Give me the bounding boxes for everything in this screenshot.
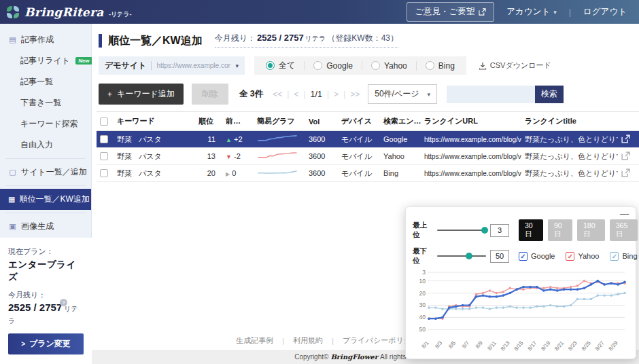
checkbox-checked-icon: ✓ <box>610 252 619 261</box>
svg-text:8/27: 8/27 <box>594 340 606 352</box>
sidebar-item-article-list[interactable]: 記事一覧 <box>0 71 91 92</box>
row-checkbox[interactable] <box>100 152 108 160</box>
radio-selected-icon <box>266 61 275 70</box>
open-external-icon[interactable] <box>621 134 630 145</box>
sidebar-divider <box>5 185 86 186</box>
engine-radio-yahoo[interactable]: Yahoo <box>362 61 416 71</box>
svg-text:8/1: 8/1 <box>420 340 430 350</box>
chevron-down-icon: ▾ <box>428 91 431 98</box>
period-365d-button[interactable]: 365日 <box>610 219 638 241</box>
svg-text:8/13: 8/13 <box>500 340 511 352</box>
engine-radio-bing[interactable]: Bing <box>416 61 464 71</box>
volume-value: 3600 <box>305 148 338 165</box>
first-page-button[interactable]: << <box>273 90 282 99</box>
sidebar-item-site-list[interactable]: ▢ サイト一覧／追加 <box>0 162 91 183</box>
help-icon[interactable]: ? <box>60 299 67 306</box>
sidebar-item-rank-list[interactable]: ▦ 順位一覧／KW追加 <box>0 189 91 210</box>
logo: BringRitera -リテラ- <box>7 5 132 19</box>
download-icon <box>479 62 487 70</box>
open-external-icon[interactable] <box>621 151 630 162</box>
csv-download-button[interactable]: CSVダウンロード <box>479 60 551 71</box>
rank-value: 11 <box>195 131 222 148</box>
footer-link-terms[interactable]: 利用規約 <box>293 335 323 346</box>
add-keyword-button[interactable]: + キーワード追加 <box>99 84 184 105</box>
minimize-icon[interactable]: — <box>413 210 629 218</box>
period-180d-button[interactable]: 180日 <box>577 219 605 241</box>
bottom-rank-slider[interactable] <box>437 255 486 257</box>
engine-radio-google[interactable]: Google <box>304 61 362 71</box>
table-row[interactable]: 野菜パスタ 11 ▲ +2 3600 モバイル Google https://w… <box>97 131 639 148</box>
top-rank-slider[interactable] <box>437 230 486 231</box>
svg-text:10: 10 <box>419 278 426 285</box>
row-checkbox[interactable] <box>100 135 108 143</box>
sidebar-item-draft-list[interactable]: 下書き一覧 <box>0 92 91 113</box>
search-input[interactable] <box>447 86 535 103</box>
logout-button[interactable]: ログアウト <box>583 6 627 18</box>
period-90d-button[interactable]: 90日 <box>548 219 572 241</box>
checkbox-bing[interactable]: ✓ Bing <box>610 252 637 261</box>
sidebar-item-free-input[interactable]: 自由入力 <box>0 134 91 156</box>
radio-icon <box>426 61 434 70</box>
next-page-button[interactable]: > <box>334 90 339 99</box>
search-button[interactable]: 検索 <box>535 86 564 103</box>
period-30d-button[interactable]: 30日 <box>519 219 543 241</box>
engine-checkboxes: ✓ Google ✓ Yahoo ✓ Bing <box>515 252 638 261</box>
checkbox-checked-icon: ✓ <box>566 252 574 261</box>
keyword-table: キーワード 順位 前… 簡易グラフ Vol デバイス 検索エン… ランクインUR… <box>97 111 639 182</box>
svg-text:8/29: 8/29 <box>608 340 619 352</box>
svg-text:8/15: 8/15 <box>513 340 525 352</box>
rank-chart: 310203040508/18/38/58/78/98/118/138/158/… <box>413 268 629 357</box>
header-divider: | <box>569 7 571 17</box>
delete-button[interactable]: 削除 <box>192 84 228 105</box>
account-label: アカウント <box>506 6 550 18</box>
change-plan-button[interactable]: >プラン変更 <box>8 333 84 354</box>
checkbox-google[interactable]: ✓ Google <box>519 252 555 261</box>
sidebar-item-article-rewrite[interactable]: 記事リライト New <box>0 50 91 71</box>
sidebar: ▤ 記事作成 記事リライト New 記事一覧 下書き一覧 キーワード探索 自由入… <box>0 24 92 364</box>
rankin-url: https://www.example.com/blog/veg… <box>421 131 521 148</box>
top-rank-slider-row: 最上位 3 <box>413 221 515 240</box>
engine-value: Bing <box>380 165 421 182</box>
site-select-dropdown[interactable]: デモサイト https://www.example.com/ ▾ <box>99 56 245 75</box>
rankin-title: 野菜たっぷり、色とりどりで子ども… <box>521 165 618 182</box>
svg-text:8/7: 8/7 <box>461 340 470 350</box>
prev-page-button[interactable]: < <box>294 90 298 99</box>
sidebar-item-article-create[interactable]: ▤ 記事作成 <box>0 29 91 50</box>
engine-radio-all[interactable]: 全て <box>257 60 304 71</box>
col-vol: Vol <box>305 112 338 131</box>
engine-filter-group: 全て Google Yahoo Bing <box>254 56 466 75</box>
bottom-rank-value[interactable]: 50 <box>490 250 509 263</box>
rank-chart-panel: — 最上位 3 30日 90日 180日 365日 最下位 50 <box>405 206 636 359</box>
radio-icon <box>371 61 380 70</box>
open-external-icon[interactable] <box>621 168 630 179</box>
article-icon: ▤ <box>8 35 17 44</box>
feedback-button[interactable]: ご意見・ご要望 <box>407 2 494 22</box>
table-row[interactable]: 野菜パスタ 20 ▶ 0 3600 モバイル Bing https://www.… <box>97 165 639 182</box>
row-checkbox[interactable] <box>100 169 108 177</box>
svg-text:8/19: 8/19 <box>540 340 551 352</box>
engine-value: Google <box>380 131 421 148</box>
checkbox-checked-icon: ✓ <box>519 252 528 261</box>
col-title: ランクインtitle <box>521 112 618 131</box>
footer-link-examples[interactable]: 生成記事例 <box>236 335 273 346</box>
per-page-dropdown[interactable]: 50件/ページ ▾ <box>368 84 437 104</box>
table-header-row: キーワード 順位 前… 簡易グラフ Vol デバイス 検索エン… ランクインUR… <box>97 112 639 131</box>
plan-card: 現在プラン： エンタープライズ 今月残り： ? 2525 / 2757リテラ >… <box>0 238 92 364</box>
account-menu[interactable]: アカウント ▾ <box>506 6 557 18</box>
page-indicator: 1/1 <box>311 90 322 99</box>
select-all-checkbox[interactable] <box>100 117 108 126</box>
chevron-right-icon: > <box>21 340 25 348</box>
col-diff: 前… <box>222 112 254 131</box>
checkbox-yahoo[interactable]: ✓ Yahoo <box>566 252 599 261</box>
rank-up-icon: ▲ <box>226 136 232 143</box>
svg-text:8/11: 8/11 <box>486 340 498 352</box>
top-rank-label: 最上位 <box>413 221 433 240</box>
sidebar-item-image-gen[interactable]: ▣ 画像生成 <box>0 216 91 237</box>
brand-name: BringFlower <box>330 353 378 361</box>
last-page-button[interactable]: >> <box>350 90 360 99</box>
svg-text:30: 30 <box>419 302 426 308</box>
sidebar-item-keyword-search[interactable]: キーワード探索 <box>0 113 91 134</box>
table-row[interactable]: 野菜パスタ 13 ▼ -2 3600 モバイル Yahoo https://ww… <box>97 148 639 165</box>
top-rank-value[interactable]: 3 <box>490 224 509 237</box>
rank-down-icon: ▼ <box>226 153 232 160</box>
